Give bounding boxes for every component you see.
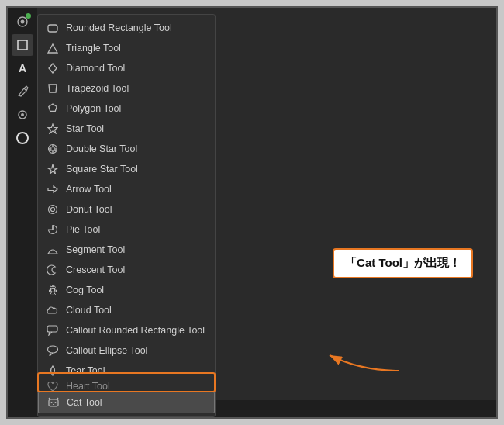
menu-item[interactable]: Cog Tool <box>38 280 215 300</box>
shape-tool-dropdown: Rounded Rectangle Tool Triangle Tool Dia… <box>37 14 216 417</box>
sidebar-icon-circle[interactable] <box>12 127 33 149</box>
polygon-icon <box>46 102 60 116</box>
svg-point-12 <box>48 346 58 353</box>
svg-point-15 <box>55 402 57 403</box>
cat-tool-menu-item[interactable]: Cat Tool <box>38 392 215 413</box>
menu-item[interactable]: Triangle Tool <box>38 38 215 58</box>
app-window: A Rounded Rectangle Tool <box>6 6 498 419</box>
svg-rect-13 <box>49 399 58 406</box>
svg-point-4 <box>21 113 24 116</box>
pie-icon <box>46 223 60 237</box>
menu-item[interactable]: Square Star Tool <box>38 159 215 179</box>
callout-arrow <box>314 340 407 378</box>
menu-item[interactable]: Tear Tool <box>38 361 215 381</box>
callout-rect-icon <box>46 323 60 337</box>
sidebar-icon-move[interactable] <box>12 11 33 33</box>
donut-icon <box>46 202 60 216</box>
cat-icon <box>47 396 60 409</box>
sidebar-icon-text[interactable]: A <box>12 57 33 79</box>
menu-item[interactable]: Trapezoid Tool <box>38 78 215 98</box>
menu-item[interactable]: Star Tool <box>38 119 215 139</box>
svg-point-5 <box>17 133 28 143</box>
trapezoid-icon <box>46 81 60 95</box>
svg-point-8 <box>49 206 57 214</box>
double-star-icon <box>46 142 60 156</box>
svg-point-1 <box>21 20 25 24</box>
square-star-icon <box>46 162 60 176</box>
menu-item[interactable]: Cloud Tool <box>38 300 215 320</box>
menu-item[interactable]: Crescent Tool <box>38 260 215 280</box>
cog-icon <box>46 283 60 297</box>
heart-icon <box>46 381 60 392</box>
svg-rect-11 <box>47 326 57 332</box>
tear-icon <box>46 364 60 378</box>
sidebar-icon-shape[interactable] <box>12 34 33 56</box>
crescent-icon <box>46 263 60 277</box>
cloud-icon <box>46 303 60 317</box>
arrow-icon <box>46 182 60 196</box>
diamond-icon <box>46 61 60 75</box>
menu-item[interactable]: Polygon Tool <box>38 98 215 119</box>
callout-ellipse-icon <box>46 344 60 358</box>
svg-rect-2 <box>18 40 27 50</box>
star-icon <box>46 122 60 136</box>
menu-item[interactable]: Diamond Tool <box>38 58 215 78</box>
menu-item[interactable]: Callout Ellipse Tool <box>38 340 215 361</box>
menu-item[interactable]: Donut Tool <box>38 199 215 219</box>
menu-item[interactable]: Heart Tool <box>38 381 215 392</box>
rounded-rect-icon <box>46 21 60 35</box>
svg-point-14 <box>51 402 53 403</box>
menu-item[interactable]: Arrow Tool <box>38 179 215 199</box>
menu-item[interactable]: Double Star Tool <box>38 139 215 159</box>
callout-box: 「Cat Tool」が出現！ <box>333 248 473 278</box>
toolbar-sidebar: A <box>8 8 37 417</box>
menu-item[interactable]: Callout Rounded Rectangle Tool <box>38 320 215 340</box>
segment-icon <box>46 243 60 257</box>
menu-item[interactable]: Pie Tool <box>38 219 215 240</box>
sidebar-icon-pen[interactable] <box>12 81 33 102</box>
triangle-icon <box>46 41 60 55</box>
svg-rect-6 <box>48 25 57 32</box>
sidebar-icon-fill[interactable] <box>12 104 33 126</box>
menu-item[interactable]: Rounded Rectangle Tool <box>38 18 215 38</box>
menu-item[interactable]: Segment Tool <box>38 240 215 260</box>
svg-point-9 <box>51 208 55 212</box>
